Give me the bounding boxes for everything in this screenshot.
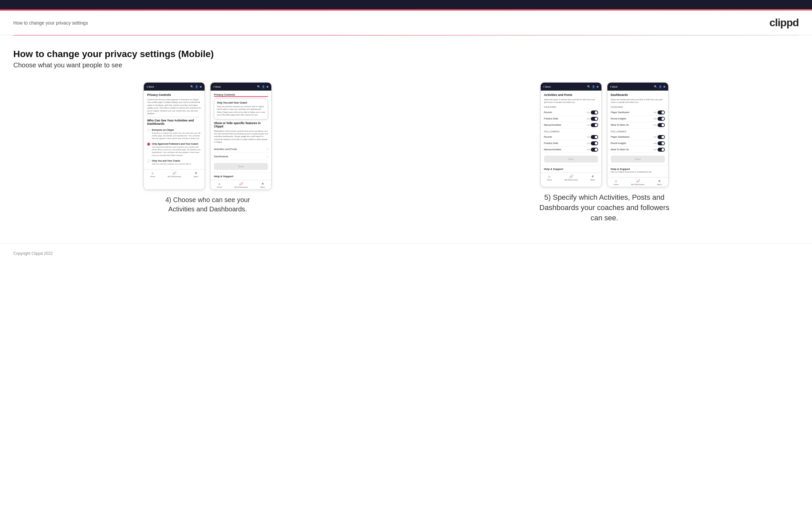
- s2-tab-perf[interactable]: 📈 My Performance: [235, 182, 248, 188]
- header: How to change your privacy settings clip…: [0, 11, 812, 35]
- s3-cd-toggle-wrap: ON: [587, 117, 598, 121]
- option1-desc: Everyone on Clippd can search for you an…: [152, 132, 201, 140]
- s4-fr-label: Round Insights: [611, 142, 626, 144]
- s4-coaches-work-toggle[interactable]: [658, 123, 665, 127]
- show-hide-title: Show or hide specific features in Clippd: [214, 121, 268, 128]
- s3-fr-toggle-wrap: ON: [587, 135, 598, 139]
- screen2-back[interactable]: Back: [213, 84, 221, 89]
- s4-cw-label: What To Work On: [611, 124, 629, 126]
- privacy-tab-label: Privacy Controls: [214, 93, 235, 96]
- s3-coaches-rounds: Rounds ON: [544, 110, 598, 116]
- s4-followers-player-toggle[interactable]: [658, 135, 665, 139]
- caption-step5: 5) Specify which Activities, Posts and D…: [535, 192, 674, 223]
- s3-followers-drills-toggle[interactable]: [591, 142, 598, 145]
- search-icon[interactable]: 🔍: [190, 85, 194, 88]
- s4-followers-player: Player Dashboard ON: [611, 134, 665, 140]
- menu-label: Menu: [194, 175, 198, 177]
- s4-fw-toggle-wrap: ON: [654, 148, 665, 152]
- menu-icon-s2[interactable]: ⊕: [266, 85, 269, 88]
- s3-cm-label: Manual Activities: [544, 124, 561, 126]
- step5-pair: Back 🔍 👤 ⊕ Activities and Posts Select t…: [540, 82, 668, 187]
- nav-activities[interactable]: Activities and Posts ›: [214, 146, 268, 153]
- s3-menu-label: Menu: [591, 179, 595, 181]
- s3-tab-home[interactable]: ⌂ Home: [547, 174, 552, 181]
- s4-cr-on: ON: [654, 118, 657, 120]
- s3-tab-menu[interactable]: ≡ Menu: [591, 174, 595, 181]
- search-icon-s4[interactable]: 🔍: [654, 85, 657, 88]
- popup-text: Only you and the coaches you connect wit…: [217, 105, 265, 116]
- s4-coaches-rounds: Round Insights ON: [611, 116, 665, 122]
- s3-coaches-manual-toggle[interactable]: [591, 123, 598, 127]
- s3-followers-manual: Manual Activities ON: [544, 147, 598, 153]
- screen2-help-title: Help & Support: [214, 175, 233, 178]
- screen1-back[interactable]: Back: [146, 84, 154, 89]
- s4-tab-menu[interactable]: ≡ Menu: [657, 179, 662, 185]
- s2-tab-menu[interactable]: ≡ Menu: [260, 182, 265, 188]
- s4-followers-work-toggle[interactable]: [658, 148, 665, 152]
- profile-icon[interactable]: 👤: [195, 85, 198, 88]
- s3-home-label: Home: [547, 179, 552, 181]
- s3-followers-rounds: Rounds ON: [544, 134, 598, 140]
- s3-cr-label: Rounds: [544, 111, 552, 113]
- tab-menu[interactable]: ≡ Menu: [194, 171, 198, 177]
- screen3-header: Back 🔍 👤 ⊕: [541, 82, 601, 91]
- screen4-save-btn[interactable]: Save: [611, 156, 665, 163]
- screen4-body: Dashboards Select the dashboards that yo…: [607, 91, 668, 165]
- screen1-option3[interactable]: Only You and Your Coach Only you and the…: [147, 158, 201, 167]
- screen1-option1[interactable]: Everyone on Clippd Everyone on Clippd ca…: [147, 127, 201, 141]
- screen3-back[interactable]: Back: [543, 84, 551, 89]
- logo-text: clippd: [769, 16, 799, 29]
- radio1: [147, 129, 150, 132]
- menu-icon-s4[interactable]: ⊕: [663, 85, 666, 88]
- search-icon-s3[interactable]: 🔍: [587, 85, 591, 88]
- s4-followers-work: What To Work On ON: [611, 147, 665, 153]
- s3-followers-rounds-toggle[interactable]: [591, 135, 598, 139]
- s4-tab-perf[interactable]: 📈 My Performance: [631, 179, 645, 185]
- s3-coaches-rounds-toggle[interactable]: [591, 111, 598, 114]
- main-content: How to change your privacy settings (Mob…: [0, 36, 812, 243]
- screen3-title: Activities and Posts: [544, 93, 598, 97]
- screen3-save-btn[interactable]: Save: [544, 156, 598, 163]
- s4-cw-on: ON: [654, 124, 657, 126]
- screen3-body: Activities and Posts Select the types of…: [541, 91, 601, 165]
- tab-underline: [214, 96, 268, 97]
- s4-followers-rounds-toggle[interactable]: [658, 142, 665, 145]
- screen1-option2[interactable]: Only Approved Followers and Your Coach O…: [147, 141, 201, 158]
- tab-performance[interactable]: 📈 My Performance: [168, 171, 181, 177]
- screen2-save-btn[interactable]: Save: [214, 163, 268, 170]
- menu-icon-s3[interactable]: ⊕: [597, 85, 599, 88]
- show-hide-text: Regardless of the privacy controls that …: [214, 130, 268, 144]
- s4-cr-label: Round Insights: [611, 117, 626, 120]
- profile-icon-s3[interactable]: 👤: [592, 85, 595, 88]
- s3-tab-perf[interactable]: 📈 My Performance: [565, 174, 578, 181]
- screen4-tabbar: ⌂ Home 📈 My Performance ≡ Menu: [607, 177, 668, 187]
- s4-menu-label: Menu: [657, 183, 662, 185]
- profile-icon-s2[interactable]: 👤: [262, 85, 265, 88]
- nav-dashboards[interactable]: Dashboards ›: [214, 153, 268, 160]
- s4-coaches-rounds-toggle[interactable]: [658, 117, 665, 121]
- screen3-tabbar: ⌂ Home 📈 My Performance ≡ Menu: [541, 173, 601, 182]
- s2-tab-home[interactable]: ⌂ Home: [217, 182, 222, 188]
- tab-home[interactable]: ⌂ Home: [150, 171, 155, 177]
- s3-cr-on: ON: [587, 111, 590, 113]
- s2-menu-label: Menu: [260, 186, 265, 188]
- profile-icon-s4[interactable]: 👤: [659, 85, 662, 88]
- perf-label: My Performance: [168, 175, 181, 177]
- nav-activities-label: Activities and Posts: [214, 148, 237, 151]
- s3-coaches-drills-toggle[interactable]: [591, 117, 598, 121]
- screen4-back[interactable]: Back: [610, 84, 618, 89]
- search-icon-s2[interactable]: 🔍: [257, 85, 260, 88]
- s4-coaches-player-toggle[interactable]: [658, 111, 665, 114]
- screen1-mockup: Back 🔍 👤 ⊕ Privacy Controls Control how …: [144, 82, 205, 190]
- s4-cp-on: ON: [654, 111, 657, 113]
- s3-followers-manual-toggle[interactable]: [591, 148, 598, 152]
- menu-icon[interactable]: ⊕: [200, 85, 202, 88]
- s4-fp-on: ON: [654, 136, 657, 138]
- s4-tab-home[interactable]: ⌂ Home: [614, 179, 619, 185]
- screen3-help-title: Help & Support: [544, 168, 563, 171]
- screen2-icons: 🔍 👤 ⊕: [257, 85, 269, 88]
- screen1-title: Privacy Controls: [147, 93, 201, 97]
- option2-text: Only Approved Followers and Your Coach O…: [152, 143, 201, 156]
- menu-tab-icon: ≡: [195, 171, 197, 175]
- s3-fr-label: Rounds: [544, 136, 552, 138]
